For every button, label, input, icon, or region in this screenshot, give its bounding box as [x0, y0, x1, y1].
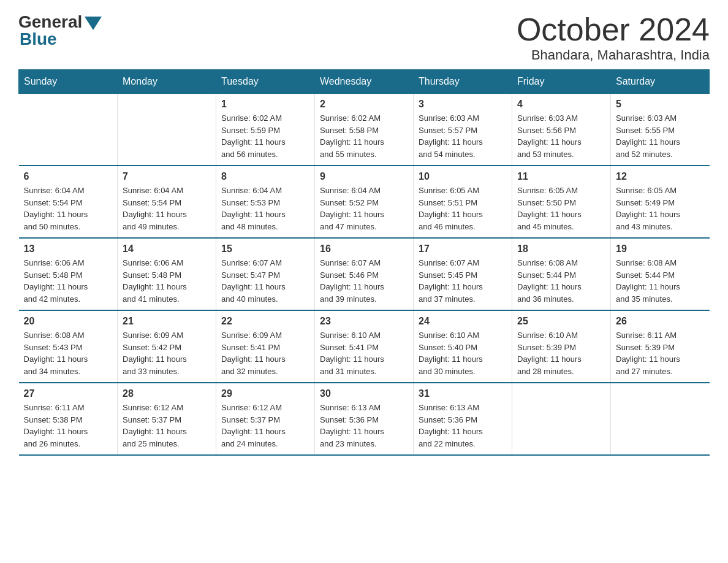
calendar-cell: 3Sunrise: 6:03 AMSunset: 5:57 PMDaylight…: [414, 94, 512, 166]
day-info: Sunrise: 6:10 AMSunset: 5:39 PMDaylight:…: [517, 329, 605, 377]
header-cell-sunday: Sunday: [19, 70, 118, 94]
location-title: Bhandara, Maharashtra, India: [517, 47, 710, 63]
day-info: Sunrise: 6:02 AMSunset: 5:58 PMDaylight:…: [320, 112, 408, 160]
day-info: Sunrise: 6:03 AMSunset: 5:57 PMDaylight:…: [419, 112, 507, 160]
day-info: Sunrise: 6:12 AMSunset: 5:37 PMDaylight:…: [123, 402, 211, 450]
day-number: 16: [320, 243, 408, 255]
week-row-5: 27Sunrise: 6:11 AMSunset: 5:38 PMDayligh…: [19, 383, 710, 455]
calendar-cell: 29Sunrise: 6:12 AMSunset: 5:37 PMDayligh…: [216, 383, 315, 455]
calendar-cell: 15Sunrise: 6:07 AMSunset: 5:47 PMDayligh…: [216, 238, 315, 310]
week-row-3: 13Sunrise: 6:06 AMSunset: 5:48 PMDayligh…: [19, 238, 710, 310]
day-info: Sunrise: 6:07 AMSunset: 5:46 PMDaylight:…: [320, 257, 408, 305]
header-cell-friday: Friday: [512, 70, 611, 94]
calendar-cell: 20Sunrise: 6:08 AMSunset: 5:43 PMDayligh…: [19, 310, 118, 383]
calendar-cell: 18Sunrise: 6:08 AMSunset: 5:44 PMDayligh…: [512, 238, 611, 310]
calendar-cell: 17Sunrise: 6:07 AMSunset: 5:45 PMDayligh…: [414, 238, 512, 310]
day-info: Sunrise: 6:09 AMSunset: 5:42 PMDaylight:…: [123, 329, 211, 377]
calendar-cell: [611, 383, 710, 455]
day-info: Sunrise: 6:11 AMSunset: 5:38 PMDaylight:…: [24, 402, 113, 450]
header-cell-thursday: Thursday: [414, 70, 512, 94]
day-number: 21: [123, 316, 211, 327]
page-header: General Blue October 2024 Bhandara, Maha…: [18, 12, 710, 63]
week-row-2: 6Sunrise: 6:04 AMSunset: 5:54 PMDaylight…: [19, 166, 710, 238]
day-info: Sunrise: 6:04 AMSunset: 5:52 PMDaylight:…: [320, 185, 408, 232]
header-row: SundayMondayTuesdayWednesdayThursdayFrid…: [19, 70, 710, 94]
calendar-cell: [512, 383, 611, 455]
calendar-cell: 9Sunrise: 6:04 AMSunset: 5:52 PMDaylight…: [315, 166, 414, 238]
day-number: 20: [24, 316, 113, 327]
day-info: Sunrise: 6:08 AMSunset: 5:43 PMDaylight:…: [24, 329, 113, 377]
calendar-cell: 22Sunrise: 6:09 AMSunset: 5:41 PMDayligh…: [216, 310, 315, 383]
day-info: Sunrise: 6:04 AMSunset: 5:54 PMDaylight:…: [24, 185, 113, 232]
day-info: Sunrise: 6:03 AMSunset: 5:55 PMDaylight:…: [616, 112, 705, 160]
day-info: Sunrise: 6:07 AMSunset: 5:47 PMDaylight:…: [221, 257, 309, 305]
calendar-cell: 14Sunrise: 6:06 AMSunset: 5:48 PMDayligh…: [118, 238, 216, 310]
day-number: 8: [221, 171, 309, 182]
day-info: Sunrise: 6:12 AMSunset: 5:37 PMDaylight:…: [221, 402, 309, 450]
calendar-cell: 6Sunrise: 6:04 AMSunset: 5:54 PMDaylight…: [19, 166, 118, 238]
day-number: 12: [616, 171, 705, 182]
day-info: Sunrise: 6:11 AMSunset: 5:39 PMDaylight:…: [616, 329, 705, 377]
calendar-cell: 16Sunrise: 6:07 AMSunset: 5:46 PMDayligh…: [315, 238, 414, 310]
day-number: 1: [221, 99, 309, 110]
day-info: Sunrise: 6:13 AMSunset: 5:36 PMDaylight:…: [419, 402, 507, 450]
header-cell-saturday: Saturday: [611, 70, 710, 94]
calendar-cell: 7Sunrise: 6:04 AMSunset: 5:54 PMDaylight…: [118, 166, 216, 238]
calendar-table: SundayMondayTuesdayWednesdayThursdayFrid…: [18, 69, 710, 456]
calendar-cell: 27Sunrise: 6:11 AMSunset: 5:38 PMDayligh…: [19, 383, 118, 455]
day-number: 14: [123, 243, 211, 255]
day-info: Sunrise: 6:02 AMSunset: 5:59 PMDaylight:…: [221, 112, 309, 160]
calendar-header: SundayMondayTuesdayWednesdayThursdayFrid…: [19, 70, 710, 94]
calendar-cell: 2Sunrise: 6:02 AMSunset: 5:58 PMDaylight…: [315, 94, 414, 166]
calendar-cell: 25Sunrise: 6:10 AMSunset: 5:39 PMDayligh…: [512, 310, 611, 383]
week-row-1: 1Sunrise: 6:02 AMSunset: 5:59 PMDaylight…: [19, 94, 710, 166]
logo: General Blue: [18, 12, 102, 49]
day-number: 7: [123, 171, 211, 182]
day-number: 24: [419, 316, 507, 327]
day-number: 19: [616, 243, 705, 255]
logo-arrow-icon: [85, 17, 102, 30]
day-info: Sunrise: 6:13 AMSunset: 5:36 PMDaylight:…: [320, 402, 408, 450]
day-info: Sunrise: 6:07 AMSunset: 5:45 PMDaylight:…: [419, 257, 507, 305]
day-info: Sunrise: 6:09 AMSunset: 5:41 PMDaylight:…: [221, 329, 309, 377]
calendar-cell: 1Sunrise: 6:02 AMSunset: 5:59 PMDaylight…: [216, 94, 315, 166]
calendar-cell: 23Sunrise: 6:10 AMSunset: 5:41 PMDayligh…: [315, 310, 414, 383]
calendar-cell: 31Sunrise: 6:13 AMSunset: 5:36 PMDayligh…: [414, 383, 512, 455]
day-info: Sunrise: 6:10 AMSunset: 5:41 PMDaylight:…: [320, 329, 408, 377]
calendar-body: 1Sunrise: 6:02 AMSunset: 5:59 PMDaylight…: [19, 94, 710, 456]
day-number: 13: [24, 243, 113, 255]
day-number: 15: [221, 243, 309, 255]
day-number: 29: [221, 388, 309, 399]
day-info: Sunrise: 6:03 AMSunset: 5:56 PMDaylight:…: [517, 112, 605, 160]
day-info: Sunrise: 6:05 AMSunset: 5:49 PMDaylight:…: [616, 185, 705, 232]
day-number: 5: [616, 99, 705, 110]
header-cell-monday: Monday: [118, 70, 216, 94]
week-row-4: 20Sunrise: 6:08 AMSunset: 5:43 PMDayligh…: [19, 310, 710, 383]
day-number: 9: [320, 171, 408, 182]
day-number: 6: [24, 171, 113, 182]
day-info: Sunrise: 6:04 AMSunset: 5:54 PMDaylight:…: [123, 185, 211, 232]
day-number: 17: [419, 243, 507, 255]
day-number: 18: [517, 243, 605, 255]
day-number: 26: [616, 316, 705, 327]
day-info: Sunrise: 6:08 AMSunset: 5:44 PMDaylight:…: [517, 257, 605, 305]
calendar-cell: 10Sunrise: 6:05 AMSunset: 5:51 PMDayligh…: [414, 166, 512, 238]
day-info: Sunrise: 6:05 AMSunset: 5:50 PMDaylight:…: [517, 185, 605, 232]
day-info: Sunrise: 6:05 AMSunset: 5:51 PMDaylight:…: [419, 185, 507, 232]
day-info: Sunrise: 6:06 AMSunset: 5:48 PMDaylight:…: [123, 257, 211, 305]
calendar-cell: 8Sunrise: 6:04 AMSunset: 5:53 PMDaylight…: [216, 166, 315, 238]
calendar-cell: 13Sunrise: 6:06 AMSunset: 5:48 PMDayligh…: [19, 238, 118, 310]
calendar-cell: 19Sunrise: 6:08 AMSunset: 5:44 PMDayligh…: [611, 238, 710, 310]
day-number: 30: [320, 388, 408, 399]
calendar-cell: [118, 94, 216, 166]
calendar-cell: 28Sunrise: 6:12 AMSunset: 5:37 PMDayligh…: [118, 383, 216, 455]
day-number: 27: [24, 388, 113, 399]
calendar-cell: [19, 94, 118, 166]
calendar-cell: 4Sunrise: 6:03 AMSunset: 5:56 PMDaylight…: [512, 94, 611, 166]
day-number: 23: [320, 316, 408, 327]
calendar-cell: 26Sunrise: 6:11 AMSunset: 5:39 PMDayligh…: [611, 310, 710, 383]
day-number: 3: [419, 99, 507, 110]
day-number: 10: [419, 171, 507, 182]
calendar-cell: 5Sunrise: 6:03 AMSunset: 5:55 PMDaylight…: [611, 94, 710, 166]
day-number: 28: [123, 388, 211, 399]
